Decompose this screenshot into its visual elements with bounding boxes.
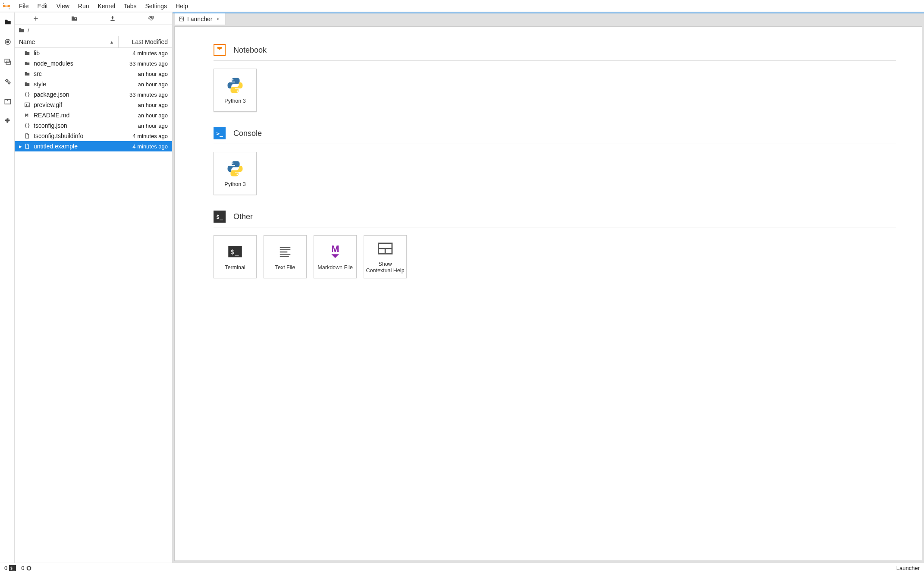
activity-commands-icon[interactable]	[1, 56, 13, 68]
folder-icon	[23, 60, 31, 66]
refresh-button[interactable]	[132, 13, 170, 23]
launcher-card-label: Show Contextual Help	[366, 261, 405, 274]
activity-running-icon[interactable]	[1, 36, 13, 48]
file-row[interactable]: package.json33 minutes ago	[15, 89, 172, 100]
new-folder-button[interactable]	[55, 13, 93, 23]
launcher-section-title: Notebook	[233, 46, 267, 55]
launcher-card[interactable]: $_Terminal	[214, 235, 257, 278]
file-browser-panel: / Name ▲ Last Modified lib4 minutes agon…	[15, 13, 173, 563]
svg-point-0	[3, 3, 4, 3]
menu-file[interactable]: File	[15, 1, 33, 11]
file-row[interactable]: lib4 minutes ago	[15, 48, 172, 58]
menu-kernel[interactable]: Kernel	[93, 1, 119, 11]
upload-button[interactable]	[94, 13, 132, 23]
launcher-section-header: Notebook	[214, 44, 896, 61]
file-row[interactable]: stylean hour ago	[15, 79, 172, 89]
file-icon	[23, 133, 31, 139]
file-row[interactable]: ▸untitled.example4 minutes ago	[15, 141, 172, 151]
launcher-body: NotebookPython 3>_ConsolePython 3$_Other…	[174, 26, 922, 561]
activity-extensions-icon[interactable]	[1, 115, 13, 127]
svg-text:$_: $_	[231, 248, 239, 256]
menu-run[interactable]: Run	[74, 1, 94, 11]
launcher-card[interactable]: Text File	[264, 235, 307, 278]
file-list: lib4 minutes agonode_modules33 minutes a…	[15, 48, 172, 563]
svg-point-7	[8, 82, 10, 84]
file-modified: an hour ago	[116, 81, 168, 88]
status-kernels[interactable]: 0	[21, 565, 32, 571]
menu-settings[interactable]: Settings	[141, 1, 172, 11]
file-name: tsconfig.tsbuildinfo	[34, 132, 116, 139]
svg-rect-3	[7, 41, 9, 43]
launcher-card[interactable]: MMarkdown File	[314, 235, 357, 278]
svg-rect-12	[179, 17, 183, 21]
menubar: FileEditViewRunKernelTabsSettingsHelp	[0, 0, 924, 12]
menu-edit[interactable]: Edit	[33, 1, 52, 11]
file-row[interactable]: tsconfig.tsbuildinfo4 minutes ago	[15, 131, 172, 141]
svg-rect-21	[28, 567, 31, 570]
col-modified-header[interactable]: Last Modified	[119, 38, 172, 45]
status-terminals[interactable]: 0 $_	[4, 565, 16, 571]
tab-close-button[interactable]	[215, 16, 222, 22]
markdown-icon	[23, 112, 31, 118]
tab-launcher[interactable]: Launcher	[175, 13, 226, 25]
menu-tabs[interactable]: Tabs	[119, 1, 141, 11]
menu-view[interactable]: View	[52, 1, 74, 11]
file-row[interactable]: srcan hour ago	[15, 69, 172, 79]
launcher-card-label: Text File	[275, 264, 295, 271]
activity-tabs-icon[interactable]	[1, 95, 13, 107]
launcher-card-label: Terminal	[225, 264, 245, 271]
launcher-card[interactable]: Python 3	[214, 69, 257, 112]
svg-point-11	[26, 104, 27, 105]
launcher-cards: Python 3	[214, 69, 896, 112]
launcher-section-title: Other	[233, 212, 253, 221]
file-browser-toolbar	[15, 13, 172, 25]
launcher-cards: Python 3	[214, 152, 896, 195]
col-name-header[interactable]: Name ▲	[15, 36, 119, 47]
file-modified: an hour ago	[116, 102, 168, 108]
breadcrumb-path: /	[28, 27, 29, 34]
file-modified: 33 minutes ago	[116, 91, 168, 98]
svg-point-1	[9, 8, 9, 9]
menu-help[interactable]: Help	[171, 1, 192, 11]
image-icon	[23, 102, 31, 108]
file-modified: 33 minutes ago	[116, 60, 168, 67]
file-row[interactable]: preview.gifan hour ago	[15, 100, 172, 110]
svg-text:M: M	[331, 243, 339, 254]
launcher-card[interactable]: Show Contextual Help	[364, 235, 407, 278]
folder-icon	[23, 50, 31, 56]
activity-files-icon[interactable]	[1, 16, 13, 28]
svg-rect-9	[110, 20, 114, 21]
breadcrumb[interactable]: /	[15, 25, 172, 36]
expand-icon: ▸	[17, 143, 23, 150]
launcher-section-title: Console	[233, 129, 262, 138]
launcher-card[interactable]: Python 3	[214, 152, 257, 195]
terminal-icon: $_	[9, 565, 16, 571]
activity-settings-icon[interactable]	[1, 76, 13, 88]
kernel-icon	[26, 565, 32, 571]
file-name: tsconfig.json	[34, 122, 116, 129]
file-row[interactable]: node_modules33 minutes ago	[15, 58, 172, 69]
file-name: lib	[34, 50, 116, 57]
file-name: src	[34, 70, 116, 77]
file-row[interactable]: README.mdan hour ago	[15, 110, 172, 120]
file-name: style	[34, 81, 116, 88]
activity-bar	[0, 13, 15, 563]
file-modified: 4 minutes ago	[116, 133, 168, 139]
file-modified: an hour ago	[116, 123, 168, 129]
file-name: node_modules	[34, 60, 116, 67]
launcher-section: $_Other$_TerminalText FileMMarkdown File…	[214, 211, 896, 278]
folder-icon	[18, 27, 25, 34]
status-mode[interactable]: Launcher	[896, 565, 920, 571]
file-modified: 4 minutes ago	[116, 50, 168, 57]
new-launcher-button[interactable]	[16, 13, 55, 23]
launcher-section-header: $_Other	[214, 211, 896, 227]
launcher-card-label: Python 3	[224, 98, 245, 104]
svg-point-14	[237, 90, 238, 91]
launcher-section-header: >_Console	[214, 127, 896, 144]
svg-point-13	[232, 79, 233, 80]
file-name: untitled.example	[34, 143, 116, 150]
jupyter-logo-icon[interactable]	[2, 1, 11, 11]
file-icon	[23, 143, 31, 149]
file-row[interactable]: tsconfig.jsonan hour ago	[15, 120, 172, 131]
file-modified: an hour ago	[116, 71, 168, 77]
